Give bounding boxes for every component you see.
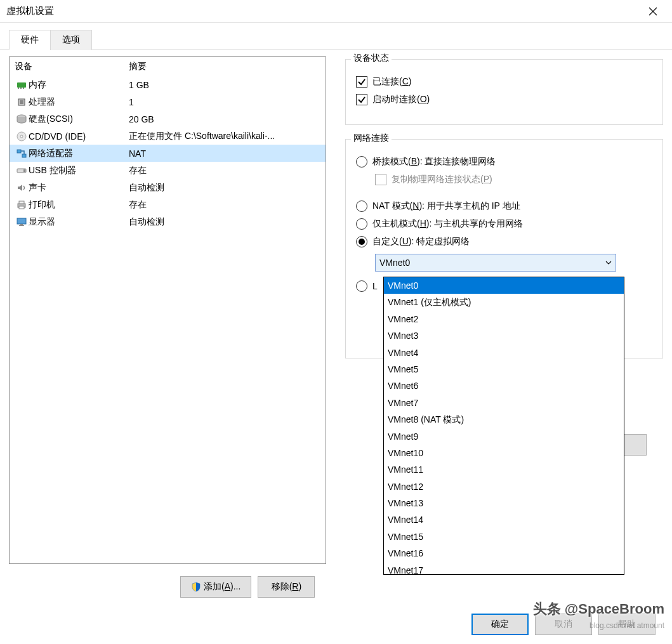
network-legend: 网络连接 — [351, 133, 392, 144]
connected-checkbox[interactable] — [356, 76, 367, 88]
check-icon — [357, 95, 366, 104]
memory-icon — [15, 79, 29, 91]
sound-icon — [15, 182, 29, 194]
usb-icon — [15, 165, 29, 176]
dropdown-item[interactable]: VMnet6 — [384, 378, 624, 394]
printer-icon — [15, 199, 29, 211]
dropdown-item[interactable]: VMnet10 — [384, 445, 624, 461]
custom-radio[interactable] — [356, 236, 367, 247]
ok-button[interactable]: 确定 — [471, 614, 529, 635]
svg-rect-16 — [17, 218, 26, 224]
add-button[interactable]: 添加(A)... — [180, 576, 251, 598]
dropdown-item[interactable]: VMnet7 — [384, 395, 624, 411]
device-name: CD/DVD (IDE) — [29, 131, 129, 141]
dropdown-item[interactable]: VMnet13 — [384, 495, 624, 511]
header-device: 设备 — [15, 61, 129, 72]
disk-icon — [15, 114, 29, 125]
cd-icon — [15, 131, 29, 142]
custom-label: 自定义(U): 特定虚拟网络 — [372, 236, 470, 247]
chevron-down-icon — [605, 258, 612, 268]
dropdown-item[interactable]: VMnet4 — [384, 345, 624, 361]
device-name: 显示器 — [29, 216, 129, 228]
dropdown-item[interactable]: VMnet5 — [384, 361, 624, 378]
on-start-checkbox[interactable] — [356, 94, 367, 105]
device-summary: NAT — [129, 148, 320, 159]
svg-rect-17 — [20, 224, 23, 225]
network-connection-group: 网络连接 桥接模式(B): 直接连接物理网络 复制物理网络连接状态(P) NAT… — [345, 139, 663, 358]
header-summary: 摘要 — [129, 61, 320, 72]
bridge-radio[interactable] — [356, 156, 367, 168]
dropdown-item[interactable]: VMnet15 — [384, 529, 624, 545]
nat-radio-row[interactable]: NAT 模式(N): 用于共享主机的 IP 地址 — [356, 200, 652, 212]
dropdown-item[interactable]: VMnet11 — [384, 461, 624, 478]
add-label: 添加(A)... — [204, 581, 240, 593]
device-summary: 1 — [129, 97, 320, 107]
host-radio[interactable] — [356, 218, 367, 230]
device-name: USB 控制器 — [29, 165, 129, 176]
dropdown-item[interactable]: VMnet8 (NAT 模式) — [384, 411, 624, 428]
dropdown-item[interactable]: VMnet16 — [384, 545, 624, 562]
device-name: 声卡 — [29, 182, 129, 194]
device-summary: 自动检测 — [129, 182, 320, 194]
watermark-sub: blog.csdn.net atmount — [590, 621, 664, 630]
svg-rect-15 — [19, 206, 24, 209]
on-start-label: 启动时连接(O) — [372, 94, 430, 105]
hardware-listbox[interactable]: 设备 摘要 内存1 GB处理器1硬盘(SCSI)20 GBCD/DVD (IDE… — [9, 56, 326, 564]
svg-rect-10 — [22, 154, 26, 157]
watermark: 头条 @SpaceBroom — [533, 600, 664, 619]
bridge-label: 桥接模式(B): 直接连接物理网络 — [372, 156, 496, 168]
device-summary: 1 GB — [129, 80, 320, 90]
cpu-icon — [15, 96, 29, 108]
dropdown-item[interactable]: VMnet14 — [384, 511, 624, 528]
on-start-checkbox-row[interactable]: 启动时连接(O) — [356, 94, 652, 105]
svg-rect-1 — [18, 88, 19, 89]
list-item[interactable]: 硬盘(SCSI)20 GB — [10, 110, 326, 128]
connected-label: 已连接(C) — [372, 76, 411, 88]
svg-rect-5 — [20, 100, 23, 104]
svg-rect-12 — [23, 169, 25, 172]
dropdown-item[interactable]: VMnet1 (仅主机模式) — [384, 294, 624, 310]
close-button[interactable] — [640, 0, 666, 23]
remove-label: 移除(R) — [272, 581, 301, 593]
svg-rect-9 — [17, 150, 21, 153]
tab-options[interactable]: 选项 — [50, 30, 92, 50]
list-item[interactable]: 声卡自动检测 — [10, 179, 326, 196]
vmnet-dropdown[interactable]: VMnet0VMnet1 (仅主机模式)VMnet2VMnet3VMnet4VM… — [383, 277, 624, 575]
dropdown-item[interactable]: VMnet3 — [384, 327, 624, 344]
dropdown-item[interactable]: VMnet17 — [384, 562, 624, 575]
dropdown-item[interactable]: VMnet9 — [384, 428, 624, 445]
list-item[interactable]: 打印机存在 — [10, 196, 326, 213]
list-item[interactable]: USB 控制器存在 — [10, 162, 326, 179]
device-summary: 自动检测 — [129, 216, 320, 228]
svg-rect-0 — [17, 82, 26, 88]
dropdown-item[interactable]: VMnet12 — [384, 478, 624, 495]
vmnet-combobox[interactable]: VMnet0 — [375, 254, 616, 272]
host-radio-row[interactable]: 仅主机模式(H): 与主机共享的专用网络 — [356, 218, 652, 230]
list-item[interactable]: 处理器1 — [10, 93, 326, 110]
connected-checkbox-row[interactable]: 已连接(C) — [356, 76, 652, 88]
replicate-checkbox-row: 复制物理网络连接状态(P) — [375, 174, 652, 185]
bridge-radio-row[interactable]: 桥接模式(B): 直接连接物理网络 — [356, 156, 652, 168]
svg-point-8 — [20, 135, 23, 138]
svg-rect-14 — [19, 201, 24, 204]
list-header: 设备 摘要 — [10, 57, 326, 76]
list-item[interactable]: 网络适配器NAT — [10, 145, 326, 162]
host-label: 仅主机模式(H): 与主机共享的专用网络 — [372, 218, 523, 230]
lan-label: L — [372, 281, 378, 291]
replicate-checkbox — [375, 174, 386, 185]
remove-button[interactable]: 移除(R) — [258, 576, 315, 598]
list-item[interactable]: 内存1 GB — [10, 76, 326, 93]
network-icon — [15, 148, 29, 159]
tab-hardware[interactable]: 硬件 — [9, 30, 51, 50]
dropdown-item[interactable]: VMnet2 — [384, 311, 624, 327]
lan-radio[interactable] — [356, 280, 367, 292]
custom-radio-row[interactable]: 自定义(U): 特定虚拟网络 — [356, 236, 652, 247]
svg-rect-2 — [20, 88, 22, 89]
device-name: 打印机 — [29, 199, 129, 211]
dropdown-item[interactable]: VMnet0 — [384, 277, 624, 294]
display-icon — [15, 216, 29, 228]
nat-radio[interactable] — [356, 200, 367, 212]
device-status-legend: 设备状态 — [351, 53, 392, 64]
list-item[interactable]: 显示器自动检测 — [10, 213, 326, 230]
list-item[interactable]: CD/DVD (IDE)正在使用文件 C:\Software\kaili\kal… — [10, 128, 326, 145]
